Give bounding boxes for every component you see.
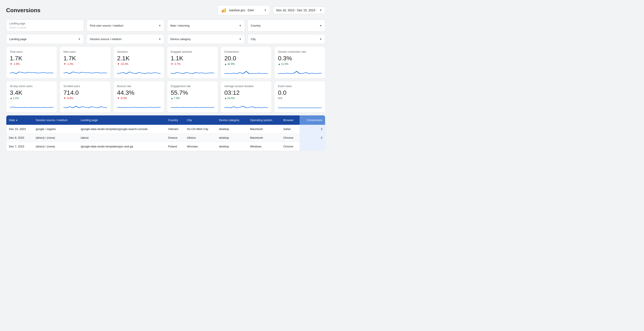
metric-card-5: Session conversion rate 0.3% ▲ 11.5%	[274, 47, 325, 78]
table-header-date[interactable]: Date▼	[6, 115, 33, 125]
metric-card-6: 30-day active users 3.4K ▲ 2.1%	[6, 81, 57, 113]
country-label: Country	[251, 24, 261, 27]
metric-change-text-9: 7.4%	[174, 97, 180, 100]
metric-change-0: ▼ -1.9%	[10, 62, 54, 65]
data-table-section: Date▼Session source / mediumLanding page…	[6, 115, 325, 151]
metric-change-8: ▼ -8.0%	[117, 97, 161, 100]
metric-sparkline-0	[10, 67, 54, 76]
metric-card-2: Sessions 2.1K ▼ -10.3%	[113, 47, 164, 78]
first-user-source-dropdown[interactable]: First user source / medium ▼	[86, 19, 164, 31]
metric-change-1: ▼ -1.3%	[64, 62, 107, 65]
metric-sparkline-4	[224, 67, 268, 76]
table-header-landing[interactable]: Landing page	[78, 115, 166, 125]
session-source-dropdown[interactable]: Session source / medium ▼	[86, 34, 164, 44]
metric-label-6: 30-day active users	[10, 85, 54, 88]
table-cell-landing: /google-data-studio-templates/gsc-and-ga	[78, 142, 166, 151]
table-header-conversions[interactable]: Conversions	[300, 115, 325, 125]
new-returning-chevron-icon: ▼	[239, 24, 242, 27]
metric-card-1: New users 1.7K ▼ -1.3%	[60, 47, 111, 78]
metric-change-text-4: 42.9%	[228, 62, 235, 65]
device-category-label: Device category	[170, 37, 190, 41]
table-cell-date: Dec 10, 2023	[6, 125, 33, 133]
table-cell-landing: /about	[78, 133, 166, 142]
landing-page-placeholder: Enter a value	[9, 26, 81, 29]
table-header-city[interactable]: City	[184, 115, 216, 125]
table-header-browser[interactable]: Browser	[280, 115, 300, 125]
metric-arrow-4: ▲	[224, 62, 227, 65]
metric-sparkline-10	[224, 101, 268, 110]
metric-card-7: Scrolled users 714.0 ▼ -6.8%	[60, 81, 111, 113]
table-cell-device: desktop	[216, 133, 248, 142]
data-table: Date▼Session source / mediumLanding page…	[6, 115, 325, 151]
table-header-device[interactable]: Device category	[216, 115, 248, 125]
metric-card-9: Engagement rate 55.7% ▲ 7.4%	[167, 81, 218, 113]
metric-label-7: Scrolled users	[64, 85, 107, 88]
metric-card-10: Average session duration 03:12 ▲ 24.5%	[221, 81, 272, 113]
metric-card-3: Engaged sessions 1.1K ▼ -3.7%	[167, 47, 218, 78]
table-cell-city: Ho Chi Minh City	[184, 125, 216, 133]
metric-change-text-1: -1.3%	[66, 62, 73, 65]
landing-page-input-box[interactable]: Landing page Enter a value	[6, 19, 84, 31]
table-cell-os: Windows	[248, 142, 281, 151]
property-name: ivanhoe.pro · GA4	[229, 8, 262, 12]
metric-arrow-3: ▼	[171, 62, 173, 65]
city-dropdown[interactable]: City ▼	[248, 34, 325, 44]
metric-label-9: Engagement rate	[171, 85, 214, 88]
metric-arrow-1: ▼	[64, 62, 66, 65]
new-returning-dropdown[interactable]: New / returning ▼	[167, 19, 245, 31]
table-cell-date: Dec 8, 2023	[6, 133, 33, 142]
metric-arrow-10: ▲	[224, 97, 227, 100]
metric-arrow-6: ▲	[10, 97, 12, 100]
metric-change-5: ▲ 11.5%	[278, 62, 322, 65]
metric-label-2: Sessions	[117, 50, 161, 53]
landing-page-dropdown[interactable]: Landing page ▼	[6, 34, 84, 44]
device-category-dropdown[interactable]: Device category ▼	[167, 34, 245, 44]
metric-value-11: 0.0	[278, 89, 322, 96]
table-header-source[interactable]: Session source / medium	[33, 115, 78, 125]
metrics-grid: Total users 1.7K ▼ -1.9% New users 1.7K …	[6, 47, 325, 113]
table-cell-os: Macintosh	[248, 133, 281, 142]
device-category-chevron-icon: ▼	[239, 38, 242, 41]
sort-icon: ▼	[16, 119, 18, 121]
table-header-country[interactable]: Country	[166, 115, 184, 125]
metric-change-text-6: 2.1%	[13, 97, 19, 100]
metric-arrow-9: ▲	[171, 97, 173, 100]
metric-sparkline-3	[171, 67, 214, 76]
metric-label-11: Event value	[278, 85, 322, 88]
metric-sparkline-2	[117, 67, 161, 76]
metric-value-6: 3.4K	[10, 89, 54, 96]
metric-sparkline-8	[117, 101, 161, 110]
table-cell-browser: Chrome	[280, 142, 300, 151]
table-row: Dec 8, 2023(direct) / (none)/aboutGreece…	[6, 133, 325, 142]
svg-rect-1	[223, 9, 224, 12]
city-chevron-icon: ▼	[320, 38, 322, 41]
metric-value-7: 714.0	[64, 89, 107, 96]
metric-change-text-11: N/A	[278, 97, 282, 100]
metric-change-text-8: -8.0%	[120, 97, 127, 100]
svg-rect-0	[222, 10, 223, 12]
landing-page-dropdown-label: Landing page	[9, 37, 26, 41]
table-cell-device: desktop	[216, 142, 248, 151]
metric-value-10: 03:12	[224, 89, 268, 96]
metric-label-3: Engaged sessions	[171, 50, 214, 53]
metric-value-9: 55.7%	[171, 89, 214, 96]
metric-sparkline-11	[278, 101, 322, 110]
property-chevron-icon: ▼	[264, 9, 267, 12]
page-title: Conversions	[6, 7, 40, 14]
metric-value-0: 1.7K	[10, 55, 54, 62]
country-chevron-icon: ▼	[320, 24, 322, 27]
metric-card-11: Event value 0.0 N/A	[274, 81, 325, 113]
property-selector[interactable]: ivanhoe.pro · GA4 ▼	[218, 5, 270, 15]
table-header-os[interactable]: Operating system	[248, 115, 281, 125]
date-range-text: Nov 16, 2023 - Dec 15, 2023	[276, 8, 317, 12]
metric-change-text-2: -10.3%	[120, 62, 128, 65]
date-range-selector[interactable]: Nov 16, 2023 - Dec 15, 2023 ▼	[273, 6, 325, 14]
city-label: City	[251, 37, 256, 41]
table-cell-device: desktop	[216, 125, 248, 133]
country-dropdown[interactable]: Country ▼	[248, 19, 325, 31]
metric-card-0: Total users 1.7K ▼ -1.9%	[6, 47, 57, 78]
landing-page-dropdown-chevron-icon: ▼	[78, 38, 81, 41]
metric-value-8: 44.3%	[117, 89, 161, 96]
metric-value-1: 1.7K	[64, 55, 107, 62]
table-cell-os: Macintosh	[248, 125, 281, 133]
